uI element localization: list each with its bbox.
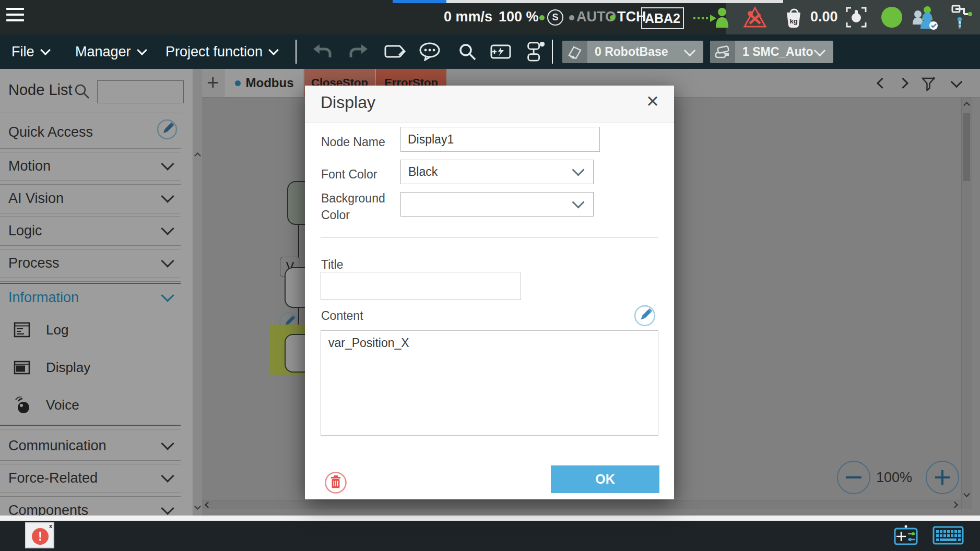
dialog-title: Display [321,93,375,112]
progress-bar-track [446,0,783,3]
close-icon[interactable]: x [49,523,52,529]
comment-button[interactable] [419,41,441,63]
delete-node-button[interactable] [324,471,348,497]
menu-manager[interactable]: Manager [75,42,146,62]
chevron-down-icon [268,45,279,55]
users-group-icon[interactable] [912,5,939,32]
base-frame-icon [562,41,587,63]
payload-value: 0.00 [810,9,838,25]
toolbar-divider [296,40,297,64]
maintenance-tools-icon[interactable] [742,6,768,31]
flow-view-button[interactable] [524,41,546,63]
payload-kg-icon[interactable]: kg [783,6,804,31]
menu-file-label: File [11,44,34,60]
dialog-divider [321,237,658,238]
chevron-down-icon [137,45,147,55]
operator-arrow-icon[interactable] [692,7,730,30]
ok-button[interactable]: OK [551,465,659,493]
chevron-down-icon [684,44,696,56]
redo-button[interactable] [348,41,370,63]
robot-base-dropdown-value: 0 RobotBase [587,45,668,59]
content-edit-button[interactable] [634,305,656,329]
chevron-down-icon [572,163,584,176]
undo-button[interactable] [311,41,333,63]
title-label: Title [321,258,344,272]
kg-label: kg [789,17,797,25]
tch-status-dot [610,15,615,20]
virtual-keyboard-button[interactable] [932,526,964,547]
background-color-label: Background Color [321,190,389,223]
safety-badge-icon: S [547,9,563,26]
close-icon[interactable]: ✕ [646,93,659,110]
chevron-down-icon [572,196,584,208]
menu-manager-label: Manager [75,44,131,60]
search-button[interactable] [456,41,478,63]
progress-bar-filled [393,0,446,3]
speed-readout: 0 mm/s [444,9,492,25]
font-color-value: Black [408,165,438,179]
content-label: Content [321,309,363,323]
title-input[interactable] [321,272,521,300]
speed-status-dot [539,15,545,20]
display-node-dialog: Display ✕ Node Name Font Color Black Bac… [305,86,674,499]
font-color-label: Font Color [321,167,377,182]
bottom-bar: x ! [0,521,980,551]
toolbar-divider [552,40,553,64]
menu-file[interactable]: File [11,42,49,62]
robot-status-light [881,7,902,28]
io-simulator-button[interactable] [490,41,512,63]
background-color-select[interactable] [400,192,594,217]
robot-arm-icon[interactable] [948,4,975,33]
tool-dropdown[interactable]: 1 SMC_Auto [710,41,833,63]
content-textarea[interactable]: var_Position_X [321,330,658,436]
tag-edit-button[interactable] [384,41,406,63]
auto-mode-dot [569,15,574,20]
hamburger-menu-icon[interactable] [6,4,24,25]
gripper-icon [710,41,735,63]
node-name-label: Node Name [321,135,385,149]
status-bar: 0 mm/s 100 % S AUTO TCH ABA2 kg 0.00 [0,0,980,34]
menu-project-function[interactable]: Project function [166,42,277,62]
warning-window-button[interactable]: x ! [25,522,54,548]
hand-guide-icon[interactable] [845,6,868,31]
error-exclamation-icon: ! [32,528,49,545]
robot-base-dropdown[interactable]: 0 RobotBase [562,41,703,63]
bottom-separator [0,516,980,521]
menu-bar: File Manager Project function [0,34,980,69]
chevron-down-icon [814,44,826,56]
tool-dropdown-value: 1 SMC_Auto [735,45,813,59]
node-name-input[interactable] [400,127,600,152]
speed-percent: 100 % [499,9,539,25]
project-code-badge[interactable]: ABA2 [641,7,684,29]
font-color-select[interactable]: Black [400,160,594,184]
chevron-down-icon [40,45,51,55]
jog-panel-button[interactable] [894,525,918,548]
menu-project-function-label: Project function [166,44,263,60]
